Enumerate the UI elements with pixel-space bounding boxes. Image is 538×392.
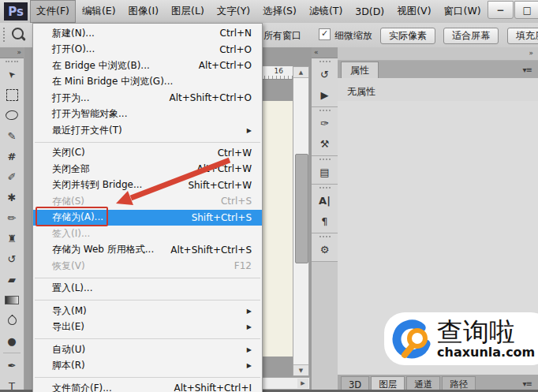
menu-select[interactable]: 选择(S): [256, 0, 303, 23]
dock-collapse-icon[interactable]: «: [312, 47, 338, 58]
submenu-arrow-icon: ▶: [247, 127, 252, 134]
menu-item-scripts[interactable]: 脚本(R)▶: [33, 358, 262, 375]
menu-item-open[interactable]: 打开(O)...Ctrl+O: [33, 42, 262, 58]
panel-collapse-icon[interactable]: »: [338, 47, 538, 61]
brush-panel-icon: ✑: [320, 118, 329, 129]
dock-grabber[interactable]: [319, 110, 331, 111]
scroll-up-arrow-icon[interactable]: ▲: [293, 67, 308, 78]
actions-panel[interactable]: ▶: [312, 84, 338, 105]
dock-group: A| ¶: [312, 185, 338, 233]
clone-stamp-tool[interactable]: ♜: [0, 228, 24, 248]
minimize-button[interactable]: −: [488, 1, 514, 19]
menu-item-place[interactable]: 置入(L)...: [33, 281, 262, 297]
tab-properties[interactable]: 属性: [341, 62, 379, 78]
paragraph-icon: ¶: [321, 215, 327, 227]
menu-3d[interactable]: 3D(D): [349, 0, 390, 23]
shortcut: Alt+Shift+Ctrl+S: [155, 245, 252, 256]
menu-image[interactable]: 图像(I): [122, 0, 165, 23]
dock-grabber[interactable]: [319, 236, 331, 237]
fill-screen-button[interactable]: 填充屏幕: [507, 28, 538, 44]
toolbox-collapse-icon[interactable]: »: [0, 47, 24, 58]
tool-presets-panel[interactable]: ⚙: [312, 239, 338, 259]
dock-grabber[interactable]: [319, 159, 331, 160]
menu-item-browse-in-bridge[interactable]: 在 Bridge 中浏览(B)...Alt+Ctrl+O: [33, 58, 262, 74]
menu-item-open-recent[interactable]: 最近打开文件(T)▶: [33, 122, 262, 139]
history-brush-tool[interactable]: ↺: [0, 248, 24, 269]
watermark-text: 查询啦 chaxunla.com: [437, 319, 538, 359]
paragraph-panel[interactable]: ¶: [312, 211, 338, 231]
menu-item-file-info[interactable]: 文件简介(F)...Alt+Shift+Ctrl+I: [33, 380, 262, 392]
menu-item-export[interactable]: 导出(E)▶: [33, 319, 262, 336]
menu-item-close[interactable]: 关闭(C)Ctrl+W: [33, 145, 262, 162]
spot-healing-brush-tool[interactable]: ✱: [0, 187, 24, 207]
toolbox-grabber[interactable]: [6, 61, 18, 62]
fit-screen-button[interactable]: 适合屏幕: [443, 28, 499, 44]
zoom-tool-icon: [12, 28, 24, 39]
scroll-right-arrow-icon[interactable]: ▶: [297, 379, 308, 388]
menu-filter[interactable]: 滤镜(T): [303, 0, 349, 23]
menu-item-automate[interactable]: 自动(U)▶: [33, 342, 262, 358]
move-tool[interactable]: ➤: [0, 64, 24, 84]
panel-menu-icon[interactable]: ▾≡: [523, 65, 532, 74]
menu-item-close-all[interactable]: 关闭全部Alt+Ctrl+W: [33, 161, 262, 177]
dock-grabber[interactable]: [319, 61, 331, 62]
gradient-icon: [5, 296, 19, 304]
menu-item-open-as-smart-object[interactable]: 打开为智能对象...: [33, 106, 262, 123]
shortcut: Shift+Ctrl+W: [172, 180, 252, 191]
menu-item-open-as[interactable]: 打开为...Alt+Shift+Ctrl+O: [33, 90, 262, 106]
watermark: 查询啦 chaxunla.com: [384, 312, 538, 365]
menu-window[interactable]: 窗口(W): [438, 0, 488, 23]
horizontal-scrollbar[interactable]: ▶: [261, 377, 310, 390]
maximize-button[interactable]: □: [514, 1, 538, 19]
character-panel[interactable]: A|: [312, 190, 338, 211]
rectangular-marquee-tool[interactable]: [0, 84, 24, 105]
menu-item-close-and-go-to-bridge[interactable]: 关闭并转到 Bridge...Shift+Ctrl+W: [33, 177, 262, 194]
eyedropper-tool[interactable]: ✐: [0, 166, 24, 187]
watermark-title: 查询啦: [437, 319, 515, 345]
pen-tool[interactable]: ✒: [0, 355, 24, 375]
actions-play-icon: ▶: [321, 89, 329, 101]
brush-panel[interactable]: ✑: [312, 113, 338, 133]
layer-comps-panel[interactable]: ▤: [312, 162, 338, 182]
spot-healing-icon: ✱: [8, 192, 17, 203]
menu-item-browse-in-mini-bridge[interactable]: 在 Mini Bridge 中浏览(G)...: [33, 74, 262, 91]
quick-selection-tool[interactable]: ✎: [0, 125, 24, 146]
scrubby-zoom-checkbox[interactable]: ✓: [319, 28, 331, 40]
menu-file[interactable]: 文件(F): [30, 0, 76, 23]
clone-source-panel[interactable]: ⚒: [312, 133, 338, 154]
watermark-domain: chaxunla.com: [437, 345, 535, 359]
menu-item-new[interactable]: 新建(N)...Ctrl+N: [33, 25, 262, 42]
scroll-down-arrow-icon[interactable]: ▼: [293, 364, 308, 375]
crop-tool[interactable]: #: [0, 146, 24, 166]
layers-panel-menu-icon[interactable]: ▾≡: [523, 379, 532, 388]
menu-edit[interactable]: 编辑(E): [76, 0, 122, 23]
shortcut: Alt+Shift+Ctrl+O: [154, 92, 252, 103]
lasso-tool[interactable]: [0, 105, 24, 125]
options-bar-grabber[interactable]: [3, 28, 5, 42]
actual-pixels-button[interactable]: 实际像素: [380, 28, 435, 44]
history-icon: ↺: [320, 69, 329, 80]
menu-item-import[interactable]: 导入(M)▶: [33, 303, 262, 319]
menu-item-save-for-web[interactable]: 存储为 Web 所用格式...Alt+Shift+Ctrl+S: [33, 242, 262, 259]
burn-tool[interactable]: ●: [0, 330, 24, 351]
gradient-tool[interactable]: [0, 289, 24, 310]
dock-group: ✑ ⚒: [312, 107, 338, 156]
history-panel[interactable]: ↺: [312, 64, 338, 84]
panel-dock: « ↺ ▶ ✑ ⚒ ▤ A| ¶ ⚙: [312, 47, 338, 392]
brush-tool[interactable]: ✏: [0, 207, 24, 228]
vertical-scrollbar[interactable]: ▲ ▼: [293, 66, 309, 376]
dock-grabber[interactable]: [319, 187, 331, 189]
menu-items: 文件(F) 编辑(E) 图像(I) 图层(L) 文字(Y) 选择(S) 滤镜(T…: [30, 0, 488, 23]
blur-tool[interactable]: [0, 310, 24, 330]
menu-layer[interactable]: 图层(L): [165, 0, 211, 23]
window-controls: − □ ×: [488, 0, 538, 19]
menu-view[interactable]: 视图(V): [390, 0, 437, 23]
menu-item-check-in: 签入(I)...: [33, 226, 262, 242]
menu-type[interactable]: 文字(Y): [211, 0, 256, 23]
submenu-arrow-icon: ▶: [247, 362, 252, 369]
submenu-arrow-icon: ▶: [247, 346, 252, 353]
clone-stamp-icon: ♜: [7, 233, 17, 245]
scrollbar-thumb[interactable]: [295, 154, 308, 263]
document-page[interactable]: [261, 101, 293, 357]
eraser-tool[interactable]: ▰: [0, 269, 24, 289]
